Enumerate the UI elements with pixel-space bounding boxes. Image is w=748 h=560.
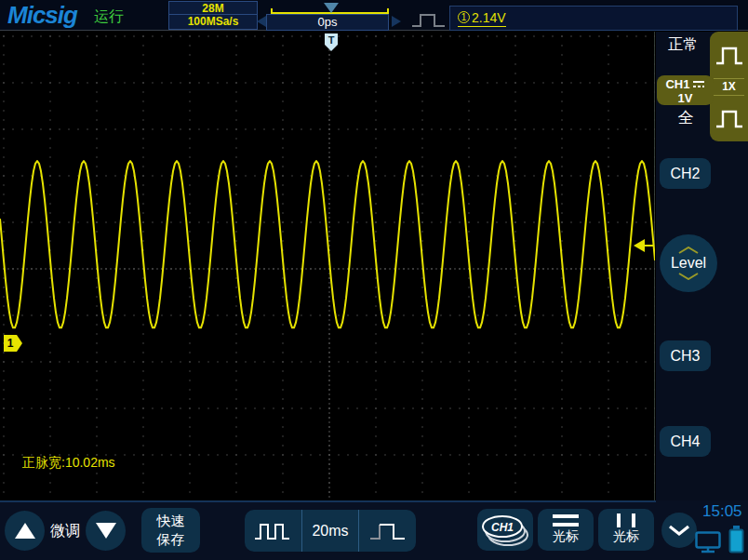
trigger-info-box[interactable]: 1 2.14V bbox=[449, 6, 738, 31]
ch1-button[interactable]: CH1 1V bbox=[657, 75, 714, 105]
trigger-mode-label: 正常 bbox=[668, 35, 698, 55]
memory-trigger-marker-icon[interactable] bbox=[324, 3, 339, 13]
waveform-display: T 1 正脉宽:10.02ms bbox=[0, 32, 655, 500]
ch4-button[interactable]: CH4 bbox=[660, 426, 711, 457]
scope-canvas bbox=[0, 32, 655, 500]
dc-coupling-icon bbox=[693, 80, 705, 88]
timebase-control: 20ms bbox=[245, 510, 416, 552]
ch1-label: CH1 bbox=[665, 77, 689, 91]
display-icon bbox=[695, 531, 723, 553]
ch1-scale: 1V bbox=[657, 91, 714, 105]
trigger-level-value: 2.14V bbox=[472, 10, 506, 25]
quick-save-line2: 保存 bbox=[157, 530, 185, 549]
ch1-bandwidth-label: 全 bbox=[656, 107, 715, 128]
run-status[interactable]: 运行 bbox=[94, 7, 124, 27]
quick-save-line1: 快速 bbox=[157, 512, 185, 530]
svg-text:1: 1 bbox=[7, 337, 14, 350]
cursor-label: 光标 bbox=[613, 528, 639, 545]
trigger-level-button[interactable]: Level bbox=[660, 234, 717, 292]
horizontal-cursor-icon bbox=[551, 513, 581, 527]
trigger-type-pulse-icon[interactable] bbox=[411, 13, 447, 28]
ch1-waveform bbox=[0, 161, 655, 327]
trigger-position-box[interactable]: 0ps bbox=[266, 14, 389, 31]
probe-attenuation[interactable]: 1X bbox=[722, 79, 736, 95]
double-pulse-icon bbox=[254, 522, 291, 540]
channel-select-button[interactable]: CH1 bbox=[477, 509, 533, 551]
clock: 15:05 bbox=[702, 502, 745, 521]
vertical-cursor-button[interactable]: 光标 bbox=[598, 509, 654, 551]
level-label: Level bbox=[671, 255, 706, 272]
chevron-down-icon bbox=[678, 273, 699, 280]
pulse-up-icon[interactable] bbox=[715, 32, 743, 78]
graticule bbox=[3, 35, 655, 498]
single-pulse-icon bbox=[369, 522, 407, 540]
memory-depth: 28M bbox=[169, 2, 257, 15]
pan-left-arrow-icon[interactable] bbox=[257, 16, 266, 27]
toolbar-edge-highlight bbox=[0, 500, 656, 502]
collapse-menu-button[interactable] bbox=[661, 513, 697, 548]
trigger-level-arrow-icon[interactable] bbox=[634, 236, 654, 255]
timebase-zoom-out-button[interactable] bbox=[245, 510, 301, 552]
timebase-zoom-in-button[interactable] bbox=[358, 510, 416, 552]
cursor-label: 光标 bbox=[553, 528, 579, 545]
trigger-readout: 1 2.14V bbox=[458, 10, 506, 27]
decrease-button[interactable] bbox=[86, 511, 126, 551]
trigger-position-value: 0ps bbox=[318, 15, 338, 29]
top-bar: Micsig 运行 28M 100MSa/s 0ps 1 2.14V bbox=[0, 0, 748, 31]
triangle-up-icon bbox=[15, 523, 35, 539]
ch1-ground-marker[interactable]: 1 bbox=[3, 334, 23, 353]
trigger-slope-panel[interactable]: 1X bbox=[710, 32, 748, 141]
pan-right-arrow-icon[interactable] bbox=[392, 16, 401, 27]
oscilloscope-app: Micsig 运行 28M 100MSa/s 0ps 1 2.14V bbox=[0, 0, 748, 560]
pulse-down-icon[interactable] bbox=[715, 95, 743, 141]
bottom-toolbar: 微调 快速 保存 20ms bbox=[0, 500, 748, 560]
triangle-down-icon bbox=[96, 523, 116, 539]
quick-save-button[interactable]: 快速 保存 bbox=[141, 508, 200, 553]
svg-text:CH1: CH1 bbox=[491, 521, 514, 534]
right-sidebar: 正常 1X CH1 1V 全 CH2 bbox=[656, 32, 748, 500]
horizontal-cursor-button[interactable]: 光标 bbox=[538, 509, 594, 551]
vertical-cursor-icon bbox=[611, 513, 641, 527]
battery-icon bbox=[728, 526, 744, 553]
ch2-button[interactable]: CH2 bbox=[660, 158, 711, 189]
sample-rate: 100MSa/s bbox=[169, 15, 257, 28]
svg-text:T: T bbox=[328, 34, 335, 46]
timebase-value: 20ms bbox=[301, 510, 359, 552]
measurement-readout: 正脉宽:10.02ms bbox=[22, 455, 115, 472]
acquisition-info-box[interactable]: 28M 100MSa/s bbox=[168, 1, 258, 30]
increase-button[interactable] bbox=[5, 511, 45, 551]
chevron-up-icon bbox=[678, 247, 699, 254]
chevron-down-icon bbox=[668, 525, 690, 537]
stacked-channels-icon: CH1 bbox=[480, 512, 530, 549]
trigger-position-marker[interactable]: T bbox=[324, 33, 339, 52]
ch3-button[interactable]: CH3 bbox=[660, 340, 711, 371]
brand-logo: Micsig bbox=[7, 1, 77, 30]
trigger-source-badge: 1 bbox=[458, 11, 470, 23]
fine-tune-label: 微调 bbox=[47, 522, 84, 541]
